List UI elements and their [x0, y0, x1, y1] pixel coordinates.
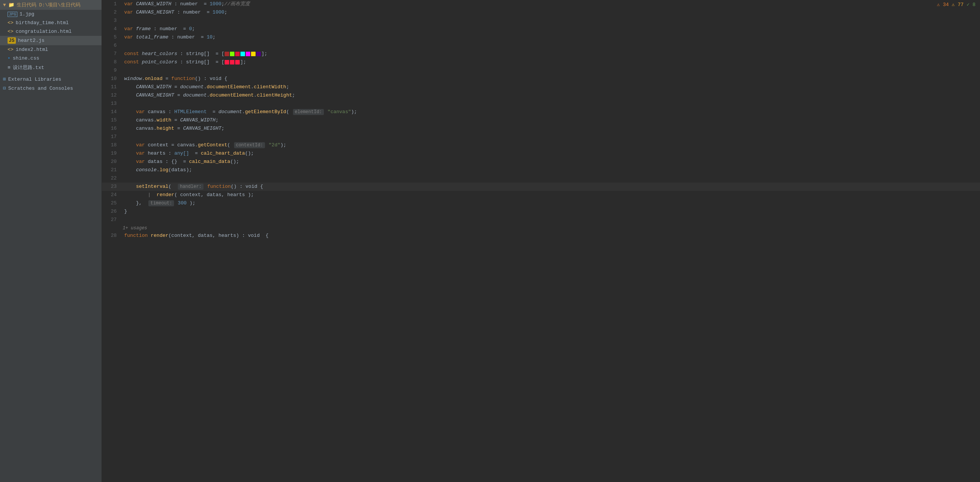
code-line-2: 2 var CANVAS_HEIGHT : number = 1000; — [102, 8, 980, 17]
sidebar-item-project-root[interactable]: ▼ 📁 生日代码 D:\项目\生日代码 — [0, 0, 102, 10]
txt-icon: ≡ — [8, 65, 11, 71]
code-line-8: 8 const point_colors : string[] = []; — [102, 58, 980, 67]
code-line-15: 15 canvas.width = CANVAS_WIDTH; — [102, 116, 980, 124]
code-line-9: 9 — [102, 67, 980, 75]
error-warning: ⚠ 34 — [937, 2, 949, 8]
color-swatch — [246, 52, 250, 56]
file-shine-label: shine.css — [13, 55, 39, 61]
color-swatch — [256, 52, 261, 56]
code-line-17: 17 — [102, 133, 980, 141]
code-editor[interactable]: ⚠ 34 ⚠ 77 ✓ 8 1 var CANVAS_WIDTH : numbe… — [102, 0, 980, 482]
code-line-27: 27 — [102, 216, 980, 224]
file-design-label: 设计思路.txt — [13, 64, 44, 71]
sidebar-item-1jpg[interactable]: JPG 1.jpg — [0, 10, 102, 19]
code-lines: 1 var CANVAS_WIDTH : number = 1000;//画布宽… — [102, 0, 980, 482]
code-line-22: 22 — [102, 174, 980, 182]
jpg-icon: JPG — [8, 12, 18, 17]
scratches-label: Scratches and Consoles — [8, 86, 73, 91]
ext-lib-label: External Libraries — [8, 76, 61, 82]
color-swatch — [224, 60, 229, 65]
sidebar-item-shine[interactable]: ▪ shine.css — [0, 54, 102, 63]
sidebar-item-ext-lib[interactable]: ⊞ External Libraries — [0, 75, 102, 84]
code-line-10: 10 window.onload = function() : void { — [102, 75, 980, 83]
code-line-19: 19 var hearts : any[] = calc_heart_data(… — [102, 149, 980, 158]
html-icon2: <> — [8, 29, 14, 34]
color-swatch — [230, 60, 234, 65]
code-line-24: 24 | render( context, datas, hearts ); — [102, 191, 980, 199]
code-line-25: 25 }, timeout: 300 ); — [102, 199, 980, 208]
code-line-12: 12 CANVAS_HEIGHT = document.documentElem… — [102, 91, 980, 100]
warnings-bar: ⚠ 34 ⚠ 77 ✓ 8 — [937, 2, 975, 8]
code-line-20: 20 var datas : {} = calc_main_data(); — [102, 158, 980, 166]
ext-lib-icon: ⊞ — [3, 76, 6, 82]
code-line-16: 16 canvas.height = CANVAS_HEIGHT; — [102, 124, 980, 133]
folder-icon: 📁 — [8, 2, 14, 8]
code-line-23: 23 setInterval( handler: function() : vo… — [102, 182, 980, 191]
code-line-6: 6 — [102, 41, 980, 50]
code-line-18: 18 var context = canvas.getContext( cont… — [102, 141, 980, 149]
color-swatch — [224, 52, 229, 56]
sidebar-item-heart2js[interactable]: JS heart2.js — [0, 36, 102, 45]
code-line-5: 5 var total_frame : number = 10; — [102, 33, 980, 41]
color-swatch — [251, 52, 256, 56]
js-icon: JS — [8, 37, 16, 44]
color-swatch — [240, 52, 245, 56]
code-line-3: 3 — [102, 17, 980, 25]
code-line-1: 1 var CANVAS_WIDTH : number = 1000;//画布宽… — [102, 0, 980, 8]
css-icon: ▪ — [8, 55, 11, 61]
code-line-4: 4 var frame : number = 0; — [102, 25, 980, 33]
html-icon3: <> — [8, 47, 14, 52]
code-line-7: 7 const heart_colors : string[] = []; — [102, 50, 980, 58]
warning-count: ⚠ 77 — [952, 2, 963, 8]
color-swatch — [235, 60, 240, 65]
folder-arrow-icon: ▼ — [3, 2, 6, 8]
code-line-14: 14 var canvas : HTMLElement = document.g… — [102, 108, 980, 116]
file-birthday-label: birthday_time.html — [16, 20, 69, 25]
html-icon: <> — [8, 20, 14, 25]
sidebar-item-design[interactable]: ≡ 设计思路.txt — [0, 63, 102, 72]
code-line-26: 26 } — [102, 208, 980, 216]
file-1jpg-label: 1.jpg — [20, 11, 34, 17]
code-line-11: 11 CANVAS_WIDTH = document.documentEleme… — [102, 83, 980, 91]
scratches-icon: ⊟ — [3, 85, 6, 91]
sidebar: ▼ 📁 生日代码 D:\项目\生日代码 JPG 1.jpg <> birthda… — [0, 0, 102, 482]
file-heart2js-label: heart2.js — [18, 38, 45, 43]
sidebar-item-index2[interactable]: <> index2.html — [0, 45, 102, 54]
sidebar-item-congratulation[interactable]: <> congratulation.html — [0, 27, 102, 36]
color-swatch — [230, 52, 234, 56]
code-line-28: 28 function render(context, datas, heart… — [102, 231, 980, 240]
file-congratulation-label: congratulation.html — [16, 29, 72, 34]
code-line-21: 21 console.log(datas); — [102, 166, 980, 174]
code-line-13: 13 — [102, 100, 980, 108]
sidebar-item-birthday[interactable]: <> birthday_time.html — [0, 19, 102, 27]
usages-line: 1+ usages — [102, 224, 980, 231]
file-index2-label: index2.html — [16, 47, 48, 52]
project-root-label: 生日代码 D:\项目\生日代码 — [17, 2, 80, 8]
ok-count: ✓ 8 — [967, 2, 975, 8]
sidebar-item-scratches[interactable]: ⊟ Scratches and Consoles — [0, 84, 102, 93]
color-swatch — [235, 52, 240, 56]
